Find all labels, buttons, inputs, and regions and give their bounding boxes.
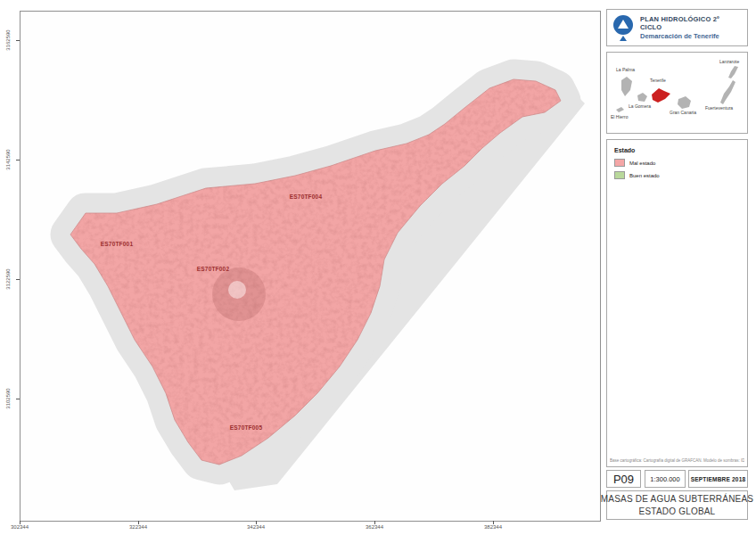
x-axis-label: 382344: [484, 524, 502, 530]
inset-la-palma: [621, 77, 632, 96]
inset-label-lanzarote: Lanzarote: [719, 59, 739, 64]
map-scale: 1:300.000: [645, 470, 686, 488]
groundwater-body-label: ES70TF001: [101, 241, 134, 247]
legend-item-buen-estado: Buen estado: [614, 171, 660, 179]
plan-header: PLAN HIDROLÓGICO 2º CICLO Demarcación de…: [606, 9, 748, 46]
groundwater-body-label: ES70TF004: [290, 193, 323, 200]
y-axis-tick: [16, 279, 20, 280]
cartography-credits: Base cartográfica: Cartografía digital d…: [610, 458, 744, 463]
map-date: SEPTIEMBRE 2018: [688, 470, 748, 488]
inset-islands-graphic: [607, 53, 747, 133]
x-axis-label: 362344: [366, 524, 383, 530]
inset-lanzarote: [728, 66, 738, 78]
y-axis-tick: [16, 160, 20, 160]
sheet-number: P09: [606, 470, 641, 488]
plan-title: PLAN HIDROLÓGICO 2º CICLO: [640, 15, 742, 32]
y-axis-tick: [16, 40, 20, 41]
inset-label-la-palma: La Palma: [616, 67, 635, 72]
inset-label-gran-canaria: Gran Canaria: [670, 110, 696, 115]
legend-label: Mal estado: [629, 160, 655, 166]
y-axis-label: 3102590: [5, 388, 11, 408]
groundwater-body-label: ES70TF005: [230, 424, 263, 431]
x-axis-label: 322344: [129, 524, 147, 530]
inset-la-gomera: [637, 93, 647, 102]
inset-label-fuerteventura: Fuerteventura: [705, 105, 733, 111]
main-map: ES70TF001 ES70TF002 ES70TF004 ES70TF005: [20, 11, 601, 522]
x-axis-label: 342344: [247, 524, 265, 530]
water-council-logo-icon: [612, 13, 634, 42]
inset-label-tenerife: Tenerife: [650, 78, 666, 83]
canary-islands-inset: La Palma Tenerife La Gomera El Hierro Gr…: [606, 52, 748, 134]
legend-swatch-buen-estado: [614, 171, 625, 179]
tenerife-map-graphic: [21, 12, 600, 521]
inset-label-el-hierro: El Hierro: [611, 114, 628, 119]
plan-subtitle: Demarcación de Tenerife: [640, 32, 742, 40]
legend: Estado Mal estado Buen estado Base carto…: [606, 139, 748, 467]
y-axis-label: 3122590: [5, 268, 11, 289]
map-sheet: ES70TF001 ES70TF002 ES70TF004 ES70TF005 …: [0, 0, 756, 535]
legend-swatch-mal-estado: [614, 159, 625, 167]
y-axis-tick: [16, 399, 20, 399]
inset-tenerife-highlighted: [652, 88, 670, 103]
inset-gran-canaria: [678, 96, 691, 109]
map-title-line1: MASAS DE AGUA SUBTERRÁNEAS: [601, 493, 753, 506]
x-axis-label: 302344: [11, 524, 29, 530]
legend-item-mal-estado: Mal estado: [614, 159, 655, 167]
inset-el-hierro: [616, 107, 624, 112]
legend-label: Buen estado: [629, 173, 660, 178]
legend-title: Estado: [614, 147, 635, 153]
inset-label-la-gomera: La Gomera: [629, 103, 651, 109]
groundwater-body-label: ES70TF002: [197, 266, 230, 272]
map-title-box: MASAS DE AGUA SUBTERRÁNEAS ESTADO GLOBAL: [606, 490, 748, 520]
y-axis-label: 3162590: [5, 29, 11, 50]
inset-fuerteventura: [720, 80, 735, 104]
hillshade-texture: [21, 12, 600, 521]
y-axis-label: 3142590: [5, 149, 11, 169]
map-title-line2: ESTADO GLOBAL: [639, 506, 716, 518]
